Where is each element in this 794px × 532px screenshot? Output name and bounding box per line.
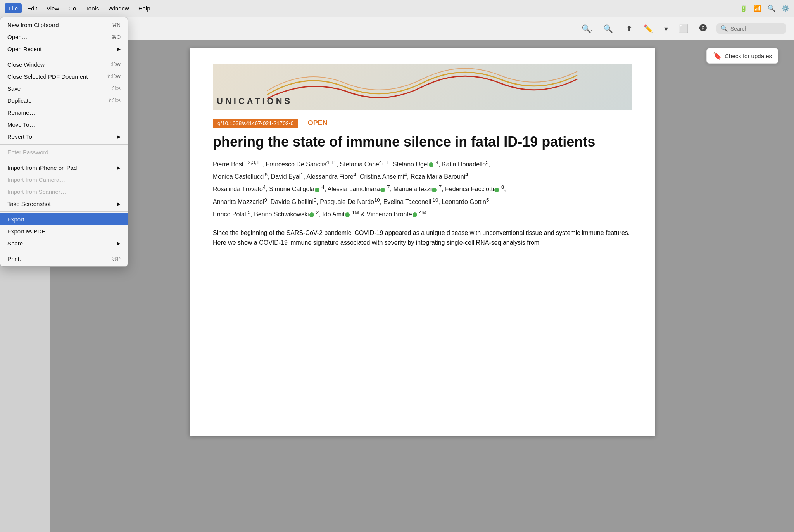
shortcut-close-pdf: ⇧⌘W [107,74,121,79]
menu-item-print[interactable]: Print… ⌘P [0,253,128,265]
menu-item-revert-to[interactable]: Revert To ▶ [0,131,128,143]
menu-label-rename: Rename… [7,109,121,116]
menu-label-share: Share [7,240,117,247]
menubar-window[interactable]: Window [104,3,133,13]
pdf-content: 🔖 Check for updates UNICATIONS g/10.1038… [50,40,794,532]
menu-label-save: Save [7,85,112,92]
file-dropdown-menu: New from Clipboard ⌘N Open… ⌘O Open Rece… [0,17,128,267]
check-updates-button[interactable]: 🔖 Check for updates [706,48,778,64]
redact-button[interactable]: 🅐 [698,22,709,35]
menu-item-rename[interactable]: Rename… [0,107,128,119]
menubar-tools[interactable]: Tools [81,3,103,13]
separator-1 [0,57,128,57]
menu-label-export: Export… [7,216,121,223]
journal-header-banner: UNICATIONS [213,64,632,110]
separator-5 [0,251,128,251]
search-input[interactable] [730,26,781,32]
menu-item-export[interactable]: Export… [0,213,128,225]
battery-icon: 🔋 [740,5,747,12]
doi-row: g/10.1038/s41467-021-21702-6 OPEN [213,115,632,130]
menu-item-new-from-clipboard[interactable]: New from Clipboard ⌘N [0,19,128,31]
search-icon: 🔍 [720,25,728,32]
shortcut-save: ⌘S [112,86,121,92]
menu-label-move-to: Move To… [7,121,121,128]
menubar-right-icons: 🔋 📶 🔍 ⚙️ [740,5,789,12]
journal-name: UNICATIONS [217,96,292,106]
arrow-import-iphone: ▶ [117,165,121,171]
menu-item-close-window[interactable]: Close Window ⌘W [0,59,128,71]
menu-label-print: Print… [7,256,112,262]
shortcut-print: ⌘P [112,256,121,262]
menu-item-export-as-pdf[interactable]: Export as PDF… [0,225,128,237]
menu-item-enter-password: Enter Password… [0,146,128,158]
annotate-chevron-icon[interactable]: ▾ [663,22,670,35]
menubar-view[interactable]: View [43,3,63,13]
menubar: File Edit View Go Tools Window Help 🔋 📶 … [0,0,794,17]
control-center-icon[interactable]: ⚙️ [782,5,789,12]
arrow-revert-to: ▶ [117,134,121,140]
menu-item-open[interactable]: Open… ⌘O [0,31,128,43]
menu-label-import-scanner: Import from Scanner… [7,188,121,195]
open-access-badge: OPEN [308,119,328,127]
shortcut-new-from-clipboard: ⌘N [112,22,121,28]
menu-label-duplicate: Duplicate [7,97,108,104]
menubar-help[interactable]: Help [135,3,154,13]
authors-section: Pierre Bost1,2,3,11, Francesco De Sancti… [213,158,632,220]
article-title: phering the state of immune silence in f… [213,133,632,150]
menu-item-duplicate[interactable]: Duplicate ⇧⌘S [0,95,128,107]
menu-label-new-from-clipboard: New from Clipboard [7,22,112,28]
menu-label-import-camera: Import from Camera… [7,176,121,183]
menu-item-share[interactable]: Share ▶ [0,237,128,249]
menu-label-enter-password: Enter Password… [7,149,121,155]
menu-item-import-scanner: Import from Scanner… [0,186,128,198]
zoom-out-button[interactable]: 🔍- [580,22,594,35]
check-updates-icon: 🔖 [713,52,722,60]
menu-label-import-iphone: Import from iPhone or iPad [7,164,117,171]
menubar-file[interactable]: File [5,3,22,13]
menu-item-save[interactable]: Save ⌘S [0,83,128,95]
shortcut-duplicate: ⇧⌘S [108,98,121,104]
menu-item-import-camera: Import from Camera… [0,174,128,186]
menubar-go[interactable]: Go [64,3,80,13]
abstract-text: Since the beginning of the SARS-CoV-2 pa… [213,228,632,248]
menu-item-take-screenshot[interactable]: Take Screenshot ▶ [0,198,128,210]
separator-4 [0,211,128,212]
menu-label-open-recent: Open Recent [7,46,117,52]
arrow-take-screenshot: ▶ [117,201,121,207]
menu-label-export-as-pdf: Export as PDF… [7,228,121,235]
menu-label-close-window: Close Window [7,61,111,68]
pdf-page: UNICATIONS g/10.1038/s41467-021-21702-6 … [190,48,655,436]
shortcut-close-window: ⌘W [111,62,121,67]
search-box[interactable]: 🔍 [716,23,786,34]
search-icon[interactable]: 🔍 [768,5,775,12]
check-updates-label: Check for updates [725,53,772,59]
menubar-edit[interactable]: Edit [23,3,41,13]
menu-item-open-recent[interactable]: Open Recent ▶ [0,43,128,55]
separator-3 [0,160,128,160]
zoom-in-button[interactable]: 🔍+ [602,22,617,35]
shortcut-open: ⌘O [112,34,121,40]
menu-label-take-screenshot: Take Screenshot [7,200,117,207]
menu-label-close-pdf: Close Selected PDF Document [7,73,107,80]
sidebar-button[interactable]: ⬜ [677,22,690,35]
doi-badge: g/10.1038/s41467-021-21702-6 [213,119,298,128]
menu-label-revert-to: Revert To [7,133,117,140]
menu-item-move-to[interactable]: Move To… [0,119,128,131]
separator-2 [0,144,128,145]
arrow-share: ▶ [117,240,121,246]
wifi-icon: 📶 [754,5,761,12]
annotate-button[interactable]: ✏️ [642,22,655,35]
menu-item-import-iphone[interactable]: Import from iPhone or iPad ▶ [0,162,128,174]
share-button[interactable]: ⬆ [625,22,634,35]
arrow-open-recent: ▶ [117,46,121,52]
toolbar-icons: 🔍- 🔍+ ⬆ ✏️ ▾ ⬜ 🅐 🔍 [580,22,786,35]
menu-label-open: Open… [7,34,112,40]
menu-item-close-pdf[interactable]: Close Selected PDF Document ⇧⌘W [0,71,128,83]
